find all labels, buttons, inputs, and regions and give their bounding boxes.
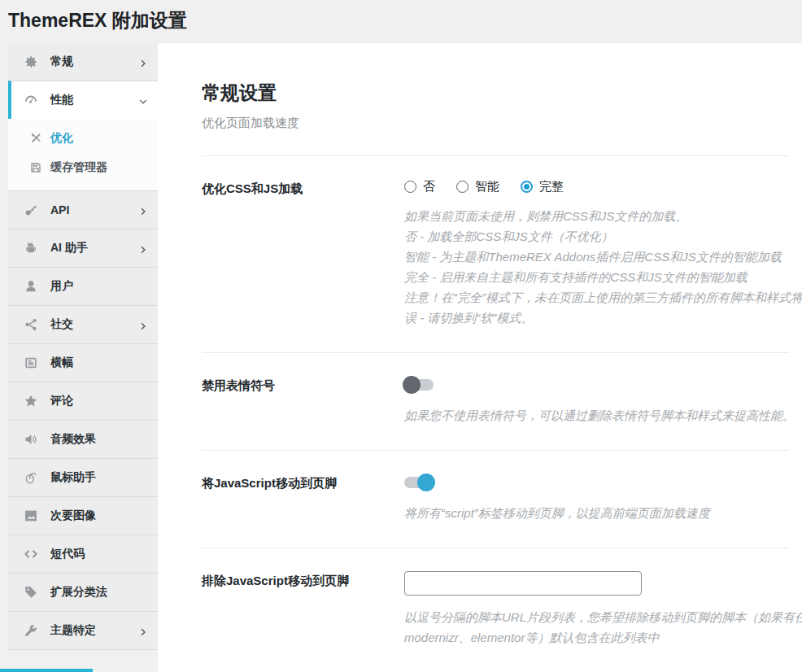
sidebar-item-label: 主题特定 [50,623,138,638]
chevron-right-icon [138,243,148,253]
page-title: ThemeREX 附加设置 [8,8,187,33]
sidebar-item-general[interactable]: 常规 [8,42,158,81]
setting-row-optimize-css-js: 优化CSS和JS加载 否 智能 完整 [202,156,789,353]
chevron-right-icon [138,57,148,67]
speaker-icon [24,432,38,447]
chevron-down-icon [138,95,148,105]
description-line: 将所有“script”标签移动到页脚，以提高前端页面加载速度 [404,503,789,523]
image-icon [24,508,38,523]
description-line: 否 - 加载全部CSS和JS文件（不优化） [404,226,789,247]
banner-icon [24,356,38,370]
description-line: 注意！在“完全”模式下，未在页面上使用的第三方插件的所有脚本和样式将被删 [404,287,789,308]
sidebar-item-label: 常规 [50,55,138,69]
setting-description: 以逗号分隔的脚本URL片段列表，您希望排除移动到页脚的脚本（如果有任何问 mod… [404,607,789,648]
setting-row-exclude-js-footer: 排除JavaScript移动到页脚 以逗号分隔的脚本URL片段列表，您希望排除移… [202,548,789,672]
sidebar-item-api[interactable]: API [8,190,158,229]
sidebar-item-label: 次要图像 [50,508,148,523]
tools-icon [29,132,42,145]
sidebar-item-audio-effects[interactable]: 音频效果 [8,420,158,458]
setting-description: 如果您不使用表情符号，可以通过删除表情符号脚本和样式来提高性能。 [404,405,789,425]
code-icon [24,547,38,561]
gear-icon [24,55,38,69]
description-line: 误 - 请切换到“软”模式。 [404,308,789,328]
section-subtitle: 优化页面加载速度 [202,116,789,131]
sidebar-item-label: 社交 [50,317,138,332]
mouse-icon [24,470,38,485]
sidebar-item-label: 评论 [50,394,148,408]
setting-row-move-js-footer: 将JavaScript移动到页脚 将所有“script”标签移动到页脚，以提高前… [202,451,789,548]
radio-label: 完整 [539,179,564,194]
radio-option-no[interactable]: 否 [404,179,435,194]
sidebar-item-users[interactable]: 用户 [8,267,158,305]
sidebar-item-reviews[interactable]: 评论 [8,382,158,420]
user-icon [24,279,38,294]
sidebar-item-label: AI 助手 [50,241,138,255]
setting-control: 将所有“script”标签移动到页脚，以提高前端页面加载速度 [404,473,789,523]
optimize-radio-group: 否 智能 完整 [404,179,789,194]
sidebar-item-shortcodes[interactable]: 短代码 [8,535,158,573]
toggle-knob [403,376,421,394]
sidebar-item-mouse-helper[interactable]: 鼠标助手 [8,458,158,496]
description-line: 如果您不使用表情符号，可以通过删除表情符号脚本和样式来提高性能。 [404,405,789,425]
sidebar-item-social[interactable]: 社交 [8,305,158,343]
setting-label: 将JavaScript移动到页脚 [202,473,404,523]
setting-row-disable-emoji: 禁用表情符号 如果您不使用表情符号，可以通过删除表情符号脚本和样式来提高性能。 [202,353,789,451]
sidebar-item-label: 鼠标助手 [50,470,148,485]
radio-input[interactable] [521,181,533,193]
exclude-js-input[interactable] [404,571,642,596]
radio-option-smart[interactable]: 智能 [456,179,499,194]
disable-emoji-toggle[interactable] [404,379,434,391]
radio-label: 否 [423,179,435,194]
themerex-settings-page: ThemeREX 附加设置 常规 性能 [0,0,802,672]
sidebar: 常规 性能 优化 [8,42,158,650]
description-line: 完全 - 启用来自主题和所有支持插件的CSS和JS文件的智能加载 [404,267,789,287]
wrench-icon [24,623,38,638]
description-line: modernizr、elementor等）默认包含在此列表中 [404,627,789,648]
share-icon [24,317,38,332]
setting-description: 将所有“script”标签移动到页脚，以提高前端页面加载速度 [404,503,789,523]
sidebar-item-banners[interactable]: 横幅 [8,343,158,382]
setting-control: 如果您不使用表情符号，可以通过删除表情符号脚本和样式来提高性能。 [404,376,789,425]
sidebar-item-label: 用户 [50,279,148,294]
section-title: 常规设置 [202,81,789,106]
sidebar-item-extended-taxonomy[interactable]: 扩展分类法 [8,573,158,611]
save-icon [29,161,42,174]
sidebar-item-ai-assistant[interactable]: AI 助手 [8,229,158,267]
radio-input[interactable] [404,181,416,193]
speedometer-icon [24,93,38,107]
sidebar-item-theme-specific[interactable]: 主题特定 [8,611,158,649]
key-icon [24,203,38,217]
performance-submenu: 优化 缓存管理器 [8,119,158,190]
robot-icon [24,241,38,255]
setting-description: 如果当前页面未使用，则禁用CSS和JS文件的加载。 否 - 加载全部CSS和JS… [404,206,789,328]
setting-control: 以逗号分隔的脚本URL片段列表，您希望排除移动到页脚的脚本（如果有任何问 mod… [404,571,789,648]
sidebar-item-label: 横幅 [50,356,148,370]
submenu-item-cache-manager[interactable]: 缓存管理器 [8,153,158,182]
move-js-footer-toggle[interactable] [404,477,434,488]
radio-option-full[interactable]: 完整 [521,179,564,194]
submenu-item-optimization[interactable]: 优化 [8,124,158,153]
sidebar-item-label: 音频效果 [50,432,148,447]
description-line: 智能 - 为主题和ThemeREX Addons插件启用CSS和JS文件的智能加… [404,247,789,267]
sidebar-item-label: 短代码 [50,547,148,561]
setting-label: 优化CSS和JS加载 [202,179,404,328]
radio-label: 智能 [475,179,499,194]
star-icon [24,394,38,408]
toggle-knob [417,473,435,491]
setting-label: 排除JavaScript移动到页脚 [202,571,404,648]
settings-content: 常规设置 优化页面加载速度 优化CSS和JS加载 否 智能 [158,42,802,672]
description-line: 如果当前页面未使用，则禁用CSS和JS文件的加载。 [404,206,789,226]
submenu-item-label: 缓存管理器 [50,160,107,175]
sidebar-item-label: 扩展分类法 [50,585,148,600]
sidebar-item-secondary-image[interactable]: 次要图像 [8,496,158,535]
sidebar-item-label: API [50,203,138,216]
chevron-right-icon [138,205,148,215]
radio-input[interactable] [456,181,469,193]
sidebar-item-performance[interactable]: 性能 [8,81,158,119]
setting-label: 禁用表情符号 [202,376,404,425]
content-header: 常规设置 优化页面加载速度 [202,81,789,156]
description-line: 以逗号分隔的脚本URL片段列表，您希望排除移动到页脚的脚本（如果有任何问 [404,607,789,627]
submenu-item-label: 优化 [50,131,73,146]
bottom-accent-strip [0,669,93,672]
chevron-right-icon [138,626,148,635]
